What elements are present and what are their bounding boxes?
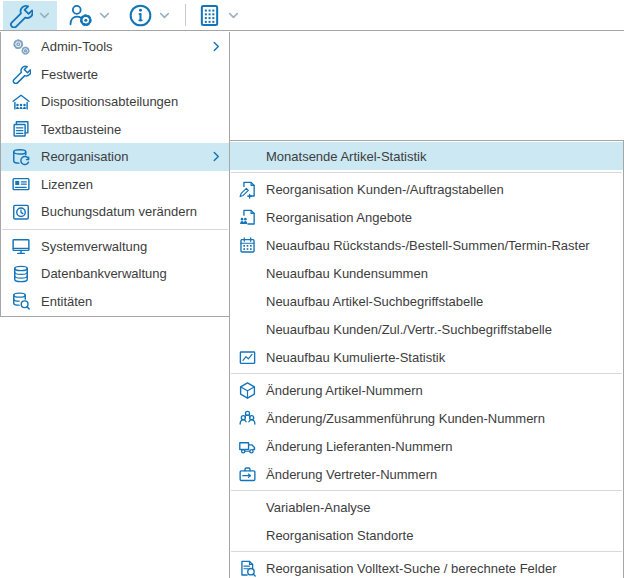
toolbar [0, 0, 624, 31]
calculator-toolbar-button[interactable] [192, 1, 246, 30]
document-people-icon [238, 208, 257, 227]
people-group-icon [238, 409, 257, 428]
menu-item-reorganisation[interactable]: Reorganisation [1, 143, 229, 171]
menu-item-festwerte[interactable]: Festwerte [1, 61, 229, 89]
admin-tools-menu: Admin-Tools Festwerte Dispositionsabteil… [0, 32, 230, 317]
empty-icon-slot [238, 526, 257, 545]
database-search-icon [11, 291, 31, 311]
user-gear-icon[interactable] [66, 3, 95, 28]
submenu-item-label: Neuaufbau Kunden/Zul./Vertr.-Suchbegriff… [266, 322, 552, 337]
submenu-item-label: Neuaufbau Kundensummen [266, 266, 428, 281]
chevron-down-icon[interactable] [35, 10, 54, 21]
menu-item-label: Reorganisation [41, 149, 206, 164]
submenu-item-aenderung-lieferanten-nummern[interactable]: Änderung Lieferanten-Nummern [230, 432, 623, 460]
documents-icon [11, 119, 31, 139]
submenu-item-variablen-analyse[interactable]: Variablen-Analyse [230, 493, 623, 521]
chart-line-icon [238, 348, 257, 367]
submenu-item-reorg-angebote[interactable]: Reorganisation Angebote [230, 203, 623, 231]
menu-item-label: Datenbankverwaltung [41, 266, 221, 281]
menu-item-dispositionsabteilungen[interactable]: Dispositionsabteilungen [1, 88, 229, 116]
menu-item-label: Entitäten [41, 294, 221, 309]
briefcase-icon [238, 465, 257, 484]
menu-item-label: Lizenzen [41, 177, 221, 192]
monitor-icon [11, 236, 31, 256]
empty-icon-slot [238, 292, 257, 311]
submenu-item-label: Änderung/Zusammenführung Kunden-Nummern [266, 411, 545, 426]
submenu-item-label: Neuaufbau Rückstands-/Bestell-Summen/Ter… [266, 238, 590, 253]
menu-item-label: Dispositionsabteilungen [41, 94, 221, 109]
menu-item-label: Systemverwaltung [41, 239, 221, 254]
info-toolbar-button[interactable] [123, 1, 177, 30]
truck-icon [238, 437, 257, 456]
submenu-item-neuaufbau-kunden-suchbegriffstabelle[interactable]: Neuaufbau Kunden/Zul./Vertr.-Suchbegriff… [230, 315, 623, 343]
menu-separator [231, 172, 622, 173]
database-icon [11, 264, 31, 284]
submenu-item-label: Neuaufbau Artikel-Suchbegriffstabelle [266, 294, 483, 309]
wrench-icon [11, 64, 31, 84]
submenu-item-label: Reorganisation Angebote [266, 210, 412, 225]
submenu-item-label: Variablen-Analyse [266, 500, 371, 515]
chevron-down-icon[interactable] [95, 10, 114, 21]
chevron-right-icon [206, 41, 221, 52]
menu-item-lizenzen[interactable]: Lizenzen [1, 171, 229, 199]
menu-separator [231, 490, 622, 491]
submenu-item-label: Neuaufbau Kumulierte-Statistik [266, 350, 445, 365]
submenu-item-reorg-kunden-auftragstabellen[interactable]: Reorganisation Kunden-/Auftragstabellen [230, 175, 623, 203]
submenu-item-label: Änderung Lieferanten-Nummern [266, 439, 452, 454]
submenu-item-neuaufbau-rueckstands-raster[interactable]: Neuaufbau Rückstands-/Bestell-Summen/Ter… [230, 231, 623, 259]
empty-icon-slot [238, 320, 257, 339]
chevron-down-icon[interactable] [224, 10, 243, 21]
admin-tools-toolbar-button[interactable] [3, 1, 57, 30]
menu-item-entitaeten[interactable]: Entitäten [1, 288, 229, 316]
submenu-item-neuaufbau-kumulierte-statistik[interactable]: Neuaufbau Kumulierte-Statistik [230, 343, 623, 371]
document-edit-icon [238, 180, 257, 199]
empty-icon-slot [238, 264, 257, 283]
info-icon[interactable] [126, 3, 155, 28]
user-settings-toolbar-button[interactable] [63, 1, 117, 30]
submenu-item-reorg-volltext-suche[interactable]: Reorganisation Volltext-Suche / berechne… [230, 554, 623, 578]
home-people-icon [11, 92, 31, 112]
calendar-icon [238, 236, 257, 255]
document-search-icon [238, 559, 257, 578]
menu-item-admin-tools[interactable]: Admin-Tools [1, 33, 229, 61]
submenu-item-label: Änderung Artikel-Nummern [266, 383, 423, 398]
menu-item-datenbankverwaltung[interactable]: Datenbankverwaltung [1, 260, 229, 288]
menu-item-label: Buchungsdatum verändern [41, 204, 221, 219]
calculator-icon[interactable] [195, 3, 224, 28]
chevron-right-icon [206, 151, 221, 162]
submenu-item-label: Änderung Vertreter-Nummern [266, 467, 437, 482]
menu-item-systemverwaltung[interactable]: Systemverwaltung [1, 233, 229, 261]
submenu-item-neuaufbau-artikel-suchbegriffstabelle[interactable]: Neuaufbau Artikel-Suchbegriffstabelle [230, 287, 623, 315]
menu-separator [231, 373, 622, 374]
reorganisation-submenu: Monatsende Artikel-Statistik Reorganisat… [229, 140, 624, 578]
wrench-icon[interactable] [6, 3, 35, 28]
empty-icon-slot [238, 147, 257, 166]
menu-item-buchungsdatum-veraendern[interactable]: Buchungsdatum verändern [1, 198, 229, 226]
chevron-down-icon[interactable] [155, 10, 174, 21]
cube-icon [238, 381, 257, 400]
submenu-item-reorg-standorte[interactable]: Reorganisation Standorte [230, 521, 623, 549]
submenu-item-label: Reorganisation Volltext-Suche / berechne… [266, 561, 557, 576]
menu-item-label: Admin-Tools [41, 39, 206, 54]
database-refresh-icon [11, 147, 31, 167]
menu-item-label: Textbausteine [41, 122, 221, 137]
menu-item-label: Festwerte [41, 67, 221, 82]
submenu-item-label: Reorganisation Standorte [266, 528, 413, 543]
submenu-item-label: Monatsende Artikel-Statistik [266, 149, 426, 164]
empty-icon-slot [238, 498, 257, 517]
submenu-item-aenderung-zusammenfuehrung-kunden-nummern[interactable]: Änderung/Zusammenführung Kunden-Nummern [230, 404, 623, 432]
submenu-item-neuaufbau-kundensummen[interactable]: Neuaufbau Kundensummen [230, 259, 623, 287]
gears-icon [11, 37, 31, 57]
id-card-icon [11, 174, 31, 194]
submenu-item-aenderung-vertreter-nummern[interactable]: Änderung Vertreter-Nummern [230, 460, 623, 488]
menu-separator [231, 551, 622, 552]
calendar-clock-icon [11, 202, 31, 222]
menu-separator [2, 229, 228, 230]
submenu-item-aenderung-artikel-nummern[interactable]: Änderung Artikel-Nummern [230, 376, 623, 404]
submenu-item-label: Reorganisation Kunden-/Auftragstabellen [266, 182, 504, 197]
menu-item-textbausteine[interactable]: Textbausteine [1, 116, 229, 144]
submenu-item-monatsende-artikel-statistik[interactable]: Monatsende Artikel-Statistik [230, 142, 623, 170]
toolbar-separator [185, 4, 186, 26]
